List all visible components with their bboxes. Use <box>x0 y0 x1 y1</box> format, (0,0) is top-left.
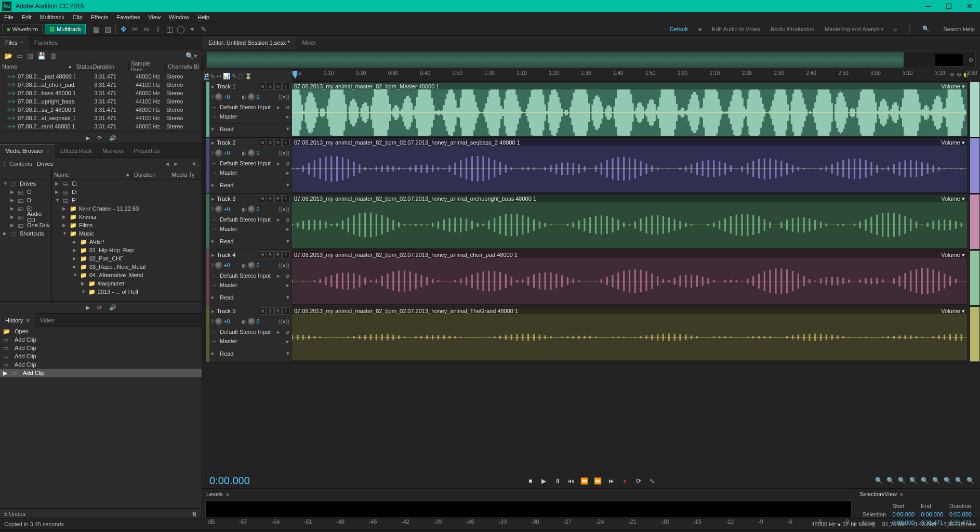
mb-col-name[interactable]: Name▴ <box>52 170 132 179</box>
files-play-icon[interactable]: ▶ <box>86 135 90 141</box>
volume-knob[interactable] <box>215 93 222 100</box>
file-row[interactable]: ⊹⊹ 07.08.2...upright_bass.wav 3:31.47144… <box>0 97 202 106</box>
mute-button[interactable]: M <box>259 139 266 146</box>
time-selection-tool-icon[interactable]: Ⅰ <box>152 23 164 35</box>
pan-value[interactable]: 0 <box>257 263 266 268</box>
mb-filter-icon[interactable]: ▼. <box>191 161 198 167</box>
phase-icon[interactable]: ø <box>286 329 289 335</box>
mute-button[interactable]: M <box>259 307 266 315</box>
rewind-button[interactable]: ⏪ <box>580 477 589 485</box>
sel-start[interactable]: 0:00.000 <box>890 511 918 518</box>
menu-window[interactable]: Window <box>165 14 193 20</box>
workspace-overflow[interactable]: » <box>894 26 897 32</box>
window-close[interactable]: ✕ <box>959 0 980 12</box>
stop-button[interactable]: ■ <box>526 477 535 485</box>
volume-value[interactable]: +0 <box>224 94 233 100</box>
history-item[interactable]: ▭Add Clip <box>0 335 202 344</box>
loop-button[interactable]: ⟳ <box>634 477 643 485</box>
ruler-zoom-icon[interactable]: ⊖ <box>950 71 955 78</box>
menu-multitrack[interactable]: Multitrack <box>36 14 69 20</box>
stereo-pair-icon[interactable]: ((●)) <box>279 150 289 156</box>
markers-tab[interactable]: Markers <box>97 144 128 158</box>
files-search-icon[interactable]: 🔍▾ <box>186 52 197 60</box>
file-row[interactable]: ⊹⊹ 07.08.2..._pad 48000 1.wav 3:31.47148… <box>0 72 202 81</box>
history-item[interactable]: ▶ ▭Add Clip <box>0 369 202 377</box>
razor-tool-icon[interactable]: ✂ <box>129 23 141 35</box>
track-lane[interactable]: 07.08.2013_my animal_master_82_bpm_Maste… <box>292 82 970 137</box>
waveform-view-button[interactable]: ≡ Waveform <box>2 24 43 34</box>
volume-value[interactable]: +0 <box>224 150 233 156</box>
lasso-tool-icon[interactable]: ◯ <box>175 23 187 35</box>
workspace-default-menu[interactable]: ≡ <box>698 26 701 32</box>
history-tab[interactable]: History≡ <box>0 314 35 327</box>
drive-tree-item[interactable]: ▶🖴One Driv <box>0 221 51 229</box>
trash-icon[interactable]: 🗑 <box>50 52 57 60</box>
pan-knob[interactable] <box>248 262 255 269</box>
timeline-ruler[interactable]: ⊖ ⊕ ◐ hms0:100:200:300:400:501:001:101:2… <box>292 70 970 82</box>
zoom-in-point[interactable]: 🔍 <box>921 477 929 485</box>
record-arm-button[interactable]: R <box>274 139 282 146</box>
history-trash-icon[interactable]: 🗑 <box>192 511 197 517</box>
search-help[interactable]: Search Help <box>943 26 975 32</box>
mb-prev-icon[interactable]: ◄ <box>164 161 170 167</box>
track-header[interactable]: ▸ Track 1 M S R I ⫴ +0 ◐ 0 ((●)) ←Defaul <box>209 82 292 137</box>
track-lane[interactable]: 07.08.2013_my animal_master_82_bpm_02.07… <box>292 250 970 306</box>
pan-value[interactable]: 0 <box>257 94 266 100</box>
menu-help[interactable]: Help <box>193 14 214 20</box>
col-duration[interactable]: Duration <box>91 62 129 71</box>
file-row[interactable]: ⊹⊹ 07.08.2...bass 48000 1.wav 3:31.47148… <box>0 89 202 97</box>
brush-tool-icon[interactable]: ✦ <box>187 23 198 35</box>
workspace-editvideo[interactable]: Edit Audio to Video <box>712 26 760 32</box>
history-item[interactable]: 📂Open <box>0 327 202 335</box>
audio-clip[interactable]: 07.08.2013_my animal_master_82_bpm_02.07… <box>292 195 968 249</box>
pan-value[interactable]: 0 <box>257 206 266 212</box>
track-view-fx-icon[interactable]: fx <box>210 72 215 80</box>
video-tab[interactable]: Video <box>35 314 60 327</box>
edit-toggle-icon[interactable]: ✎ <box>232 72 236 80</box>
file-row[interactable]: ⊹⊹ 07.08.2...ss_2 48000 1.wav 3:31.47148… <box>0 106 202 114</box>
solo-button[interactable]: S <box>267 139 274 146</box>
pause-button[interactable]: ⏸ <box>553 477 562 485</box>
zoom-in-h[interactable]: 🔍 <box>875 477 883 485</box>
folder-tree-item[interactable]: ▶📁03_Rapc...New_Metal <box>52 263 202 271</box>
track-header[interactable]: ▸ Track 3 M S R I ⫴ +0 ◐ 0 ((●)) ←Defaul <box>209 194 292 250</box>
volume-value[interactable]: +0 <box>224 206 233 212</box>
track-expand-icon[interactable]: ▸ <box>211 308 215 315</box>
drive-tree-item[interactable]: ▶🖴Audio CD <box>0 213 51 221</box>
track-vscroll-handle[interactable] <box>970 194 979 249</box>
mb-col-dur[interactable]: Duration <box>132 170 169 179</box>
phase-icon[interactable]: ø <box>286 216 289 223</box>
stereo-pair-icon[interactable]: ((●)) <box>279 262 289 268</box>
folder-tree-item[interactable]: ▶📁02_Рэп_СНГ <box>52 254 202 263</box>
workspace-default[interactable]: Default <box>670 26 688 32</box>
volume-value[interactable]: +0 <box>224 263 233 268</box>
track-vscroll-handle[interactable] <box>970 251 979 305</box>
audio-clip[interactable]: 07.08.2013_my animal_master_82_bpm_Maste… <box>292 83 968 136</box>
open-file-icon[interactable]: 📂 <box>4 52 12 60</box>
record-arm-button[interactable]: R <box>274 307 282 315</box>
files-loop-icon[interactable]: ⟳ <box>97 135 102 141</box>
track-view-sends-icon[interactable]: ↦ <box>217 72 221 80</box>
track-expand-icon[interactable]: ▸ <box>211 252 215 258</box>
multitrack-view-button[interactable]: ▤ Multitrack <box>45 24 86 34</box>
col-name[interactable]: Name▴ <box>0 62 74 71</box>
folder-tree-item[interactable]: ▼📁Music <box>52 229 202 238</box>
move-tool-icon[interactable]: ✥ <box>118 23 129 35</box>
history-item[interactable]: ▭Add Clip <box>0 360 202 369</box>
save-icon[interactable]: 💾 <box>37 52 46 60</box>
zoom-out-h[interactable]: 🔍 <box>886 477 895 485</box>
drive-tree-item[interactable]: ▶▢Shortcuts <box>0 229 51 238</box>
folder-tree-item[interactable]: ▶📁Кинг Стивен - 11.22.63 <box>52 204 202 213</box>
mediabrowser-tab[interactable]: Media Browser≡ <box>0 144 55 158</box>
properties-tab[interactable]: Properties <box>128 144 165 158</box>
record-arm-button[interactable]: R <box>274 251 282 258</box>
goto-start-button[interactable]: ⏮ <box>567 477 575 485</box>
record-button[interactable]: ● <box>621 477 629 485</box>
volume-value[interactable]: +0 <box>224 319 233 325</box>
ripple-icon[interactable]: ⌛ <box>245 72 252 80</box>
audio-clip[interactable]: 07.08.2013_my animal_master_82_bpm_02.07… <box>292 251 968 305</box>
drive-tree-item[interactable]: ▶🖴C: <box>0 188 51 196</box>
timecode-display[interactable]: 0:00.000 <box>202 475 257 487</box>
folder-tree-item[interactable]: ▶📁Клипы <box>52 213 202 221</box>
pan-knob[interactable] <box>248 318 255 325</box>
